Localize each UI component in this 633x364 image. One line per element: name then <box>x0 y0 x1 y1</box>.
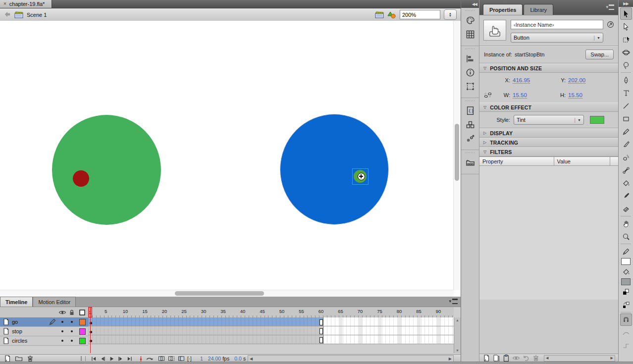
dock-group-grip[interactable] <box>465 152 475 154</box>
large-blue-circle[interactable] <box>280 114 389 225</box>
filters-list-body[interactable] <box>479 166 618 300</box>
edit-symbols-button[interactable] <box>387 11 396 19</box>
straighten-option[interactable] <box>620 339 632 352</box>
lasso-tool[interactable] <box>620 59 632 71</box>
rectangle-tool[interactable] <box>620 112 632 125</box>
section-color-effect[interactable]: ▽ COLOR EFFECT <box>479 103 618 112</box>
section-display[interactable]: ▷ DISPLAY <box>479 128 618 138</box>
project-panel-icon[interactable] <box>463 156 477 169</box>
zoom-stepper[interactable]: ▲▼ <box>444 9 457 20</box>
stage[interactable] <box>0 21 461 297</box>
black-white-colors-button[interactable] <box>620 286 632 298</box>
dock-group-grip[interactable] <box>465 100 475 102</box>
document-tab[interactable]: × chapter-19.fla* <box>0 0 52 8</box>
add-filter-button[interactable] <box>482 354 490 362</box>
collapse-triangle-icon[interactable]: ▽ <box>483 66 486 70</box>
delete-filter-button[interactable] <box>532 354 540 362</box>
end-frame-marker[interactable] <box>319 319 323 325</box>
play-button[interactable] <box>108 356 115 362</box>
frames-area[interactable] <box>88 317 454 344</box>
zoom-tool[interactable] <box>620 230 632 243</box>
symbol-type-dropdown[interactable]: Button|▼ <box>511 33 603 43</box>
section-filters[interactable]: ▽ FILTERS <box>479 147 618 156</box>
pencil-tool[interactable] <box>620 125 632 138</box>
subselection-tool[interactable] <box>620 20 632 33</box>
layer-outline-color-swatch[interactable] <box>76 328 88 335</box>
show-layers-as-outlines-icon[interactable] <box>76 309 88 316</box>
reset-filter-button[interactable] <box>522 354 530 362</box>
stroke-color-swatch[interactable] <box>621 258 631 265</box>
current-frame-indicator[interactable]: 1 <box>200 356 203 362</box>
dock-group-grip[interactable] <box>465 10 475 12</box>
layer-outline-color-swatch[interactable] <box>76 338 88 344</box>
tools-collapse-arrows-icon[interactable]: ▶▶ <box>619 0 633 7</box>
brush-tool[interactable] <box>620 138 632 151</box>
info-panel-icon[interactable] <box>463 66 477 79</box>
text-tool[interactable] <box>620 87 632 99</box>
transform-panel-icon[interactable] <box>463 80 477 93</box>
close-document-icon[interactable]: × <box>3 1 6 6</box>
components-panel-icon[interactable] <box>463 118 477 131</box>
layer-row-stop[interactable]: stop <box>0 327 88 336</box>
align-panel-icon[interactable] <box>463 52 477 65</box>
large-green-circle[interactable] <box>52 115 161 225</box>
layer-lock-dot[interactable] <box>67 330 76 332</box>
constrain-proportions-icon[interactable] <box>484 91 492 99</box>
layer-name[interactable]: go <box>12 319 49 325</box>
end-frame-marker[interactable] <box>319 337 323 343</box>
tab-timeline[interactable]: Timeline <box>0 297 33 307</box>
motion-presets-panel-icon[interactable] <box>463 132 477 145</box>
free-transform-tool[interactable] <box>620 33 632 46</box>
expand-triangle-icon[interactable]: ▷ <box>483 131 486 135</box>
tab-properties[interactable]: Properties <box>483 4 523 15</box>
dock-group-grip[interactable] <box>465 48 475 50</box>
collapse-triangle-icon[interactable]: ▽ <box>483 150 486 154</box>
fill-color-control[interactable] <box>620 265 632 278</box>
swatches-panel-icon[interactable] <box>463 28 477 41</box>
timeline-divider-grip[interactable] <box>81 356 86 361</box>
loop-playback-button[interactable] <box>146 356 154 362</box>
zoom-level-input[interactable] <box>400 10 440 19</box>
frames-row-circles[interactable] <box>88 335 454 344</box>
layer-lock-dot[interactable] <box>67 321 76 323</box>
layer-visibility-dot[interactable] <box>57 330 67 332</box>
timeline-vertical-scrollbar[interactable]: ▲▼ <box>454 317 461 353</box>
properties-panel-menu-icon[interactable]: ▾ <box>606 4 614 10</box>
instance-name-input[interactable] <box>511 20 603 29</box>
end-frame-marker[interactable] <box>319 328 323 334</box>
swap-colors-button[interactable] <box>620 299 632 311</box>
lock-all-layers-icon[interactable] <box>67 309 76 316</box>
y-value[interactable]: 202.00 <box>568 77 585 84</box>
frames-row-stop[interactable] <box>88 326 454 335</box>
layer-name[interactable]: stop <box>12 328 57 334</box>
layer-outline-color-swatch[interactable] <box>76 319 88 325</box>
tab-library[interactable]: Library <box>524 4 553 15</box>
quick-doc-icon[interactable] <box>607 21 614 28</box>
edit-scene-button[interactable] <box>375 11 384 18</box>
color-panel-icon[interactable] <box>463 14 477 27</box>
show-hide-all-layers-icon[interactable] <box>57 309 67 316</box>
expand-triangle-icon[interactable]: ▷ <box>483 140 486 145</box>
layer-visibility-dot[interactable] <box>57 340 67 342</box>
layer-row-go[interactable]: go <box>0 317 88 327</box>
stage-horizontal-scrollbar[interactable] <box>0 290 454 297</box>
presets-button[interactable] <box>492 354 500 362</box>
red-dot[interactable] <box>73 170 89 187</box>
stroke-color-control[interactable] <box>620 245 632 258</box>
dock-collapse-arrows-icon[interactable]: ◀◀ <box>461 0 479 8</box>
x-value[interactable]: 416.95 <box>513 77 530 84</box>
scene-name[interactable]: Scene 1 <box>27 12 47 18</box>
pen-tool[interactable] <box>620 74 632 86</box>
go-to-last-frame-button[interactable] <box>126 356 133 362</box>
stage-vertical-scrollbar[interactable] <box>453 21 461 290</box>
section-tracking[interactable]: ▷ TRACKING <box>479 138 618 147</box>
eyedropper-tool[interactable] <box>620 190 632 202</box>
filters-horizontal-scrollbar[interactable]: ◀▶ <box>544 355 615 362</box>
style-dropdown[interactable]: Tint|▼ <box>514 115 584 125</box>
swap-button[interactable]: Swap... <box>585 50 614 59</box>
h-value[interactable]: 15.50 <box>568 92 582 99</box>
go-to-first-frame-button[interactable] <box>91 356 97 362</box>
enable-disable-filter-button[interactable] <box>512 354 520 362</box>
timeline-panel-menu-icon[interactable]: ▾ <box>449 299 458 304</box>
collapse-triangle-icon[interactable]: ▽ <box>483 105 486 109</box>
